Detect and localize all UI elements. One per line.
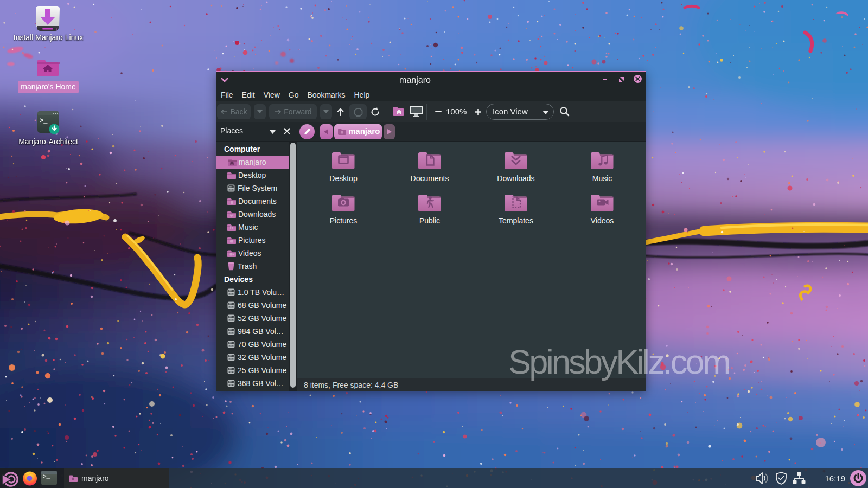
svg-text:>_: >_ bbox=[40, 117, 48, 125]
svg-text:+: + bbox=[56, 27, 58, 30]
